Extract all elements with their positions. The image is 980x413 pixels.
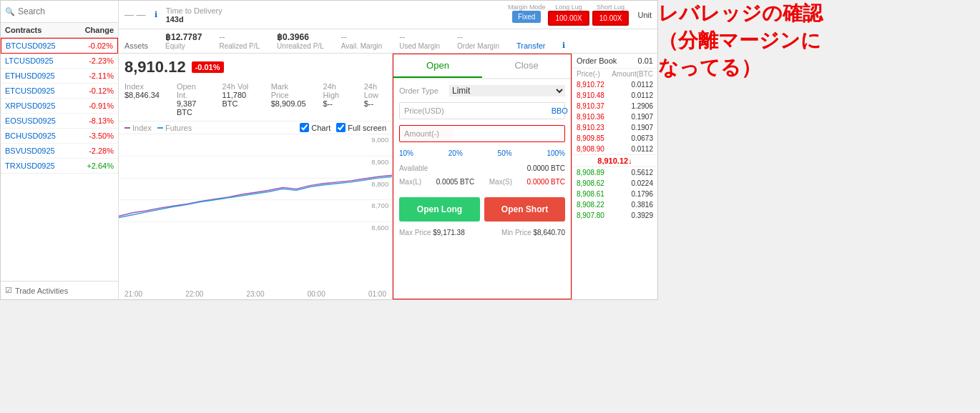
avail-margin-item: -- Avail. Margin [341,32,383,50]
sell-price: 8,910.36 [577,113,604,121]
sell-order-row: 8,910.230.1907 [572,122,657,133]
sell-order-row: 8,910.360.1907 [572,111,657,122]
contract-item-etcusd0925[interactable]: ETCUSD0925-0.12% [1,84,118,99]
search-bar: 🔍 [1,1,118,23]
buy-amount: 0.3816 [631,201,653,209]
buy-order-row: 8,908.220.3816 [572,199,657,210]
sidebar: 🔍 Contracts Change BTCUSD0925-0.02%LTCUS… [1,1,119,299]
transfer-info-icon: ℹ [562,41,565,50]
assets-label: Assets [124,41,148,50]
annotation-leverage-text: レバレッジの確認 [658,0,980,27]
sell-price: 8,908.90 [577,145,604,153]
contract-item-ethusd0925[interactable]: ETHUSD0925-2.11% [1,69,118,84]
contract-name: BSVUSD0925 [5,146,55,155]
contract-name: BTCUSD0925 [6,41,56,50]
contract-name: BCHUSD0925 [5,131,56,140]
amount-col-header: Amount(BTC [612,70,653,78]
order-form: Order Type Limit Market Price(USD) BBO [393,79,571,191]
svg-text:8,900: 8,900 [371,158,388,166]
chart-area: 8,910.12 -0.01% Index $8,846.34 Open Int… [119,54,393,299]
buy-amount: 0.1796 [631,190,653,198]
tab-open[interactable]: Open [393,54,482,78]
avail-margin-label: Avail. Margin [341,42,383,50]
sell-order-row: 8,908.900.0112 [572,144,657,154]
realized-pl-label: Realized P/L [219,42,260,50]
price-input[interactable] [444,106,552,116]
percent-10-button[interactable]: 10% [399,149,413,157]
contract-item-bsvusd0925[interactable]: BSVUSD0925-2.28% [1,144,118,159]
chart-checkbox[interactable]: Chart [300,123,330,132]
stat-24h-low: 24h Low $-- [364,82,386,116]
bbo-button[interactable]: BBO [552,106,568,115]
percent-20-button[interactable]: 20% [449,149,463,157]
legend-index: Index [124,124,152,132]
buy-price: 8,907.80 [577,212,604,219]
sell-order-row: 8,909.850.0673 [572,133,657,144]
realized-pl-item: -- Realized P/L [219,32,260,50]
percent-50-button[interactable]: 50% [498,149,512,157]
search-input[interactable] [18,6,114,16]
change-label: Change [85,26,114,34]
svg-rect-0 [119,134,392,244]
order-panel: Open Close Order Type Limit Market Pr [393,54,572,299]
contract-change: -2.23% [89,56,114,65]
equity-label: Equity [165,42,202,50]
long-lug-button[interactable]: 100.00X [548,11,589,26]
contract-name: ETCUSD0925 [5,86,55,95]
contract-name: ETHUSD0925 [5,71,55,80]
svg-text:9,000: 9,000 [371,136,388,144]
sell-amount: 0.0673 [631,134,653,142]
max-price-info: Max Price $9,171.38 Min Price $8,640.70 [393,227,571,241]
sell-price: 8,910.48 [577,91,604,99]
order-type-select[interactable]: Limit Market [449,85,565,96]
contract-item-btcusd0925[interactable]: BTCUSD0925-0.02% [1,38,118,54]
open-short-button[interactable]: Open Short [484,197,565,222]
contract-name: EOSUSD0925 [5,116,56,125]
trade-activities[interactable]: ☑ Trade Activities [1,281,118,299]
contract-item-eosusd0925[interactable]: EOSUSD0925-8.13% [1,114,118,129]
order-margin-item: -- Order Margin [457,32,499,50]
buy-amount: 0.0224 [631,179,653,187]
short-lug-group: Short Lug 10.00X [592,4,629,26]
order-type-label: Order Type [399,86,449,95]
used-margin-label: Used Margin [399,42,440,50]
contract-name: LTCUSD0925 [5,56,54,65]
short-lug-button[interactable]: 10.00X [592,11,629,26]
tab-close[interactable]: Close [482,54,571,78]
available-label: Available [399,164,428,172]
max-l-label: Max(L) [399,178,421,186]
contract-change: -8.13% [89,116,114,125]
order-book-header: Order Book 0.01 [572,54,657,69]
amount-input[interactable] [453,129,560,139]
contract-list: BTCUSD0925-0.02%LTCUSD0925-2.23%ETHUSD09… [1,38,118,174]
transfer-link[interactable]: Transfer [516,41,546,50]
contract-item-ltcusd0925[interactable]: LTCUSD0925-2.23% [1,54,118,69]
contract-item-bchusd0925[interactable]: BCHUSD0925-3.50% [1,129,118,144]
max-row: Max(L) 0.0005 BTC Max(S) 0.0000 BTC [399,178,565,186]
contract-item-trxusd0925[interactable]: TRXUSD0925+2.64% [1,159,118,174]
sell-amount: 0.0112 [631,91,653,99]
unrealized-pl-value: ฿0.3966 [277,32,324,42]
contract-change: -2.28% [89,146,114,155]
open-long-button[interactable]: Open Long [399,197,480,222]
price-change-badge: -0.01% [192,61,224,73]
index-line-icon [124,127,130,129]
margin-mode-button[interactable]: Fixed [512,11,541,23]
sell-amount: 0.0112 [631,145,653,153]
buy-amount: 0.3929 [631,212,653,219]
max-s-value: 0.0000 BTC [527,178,565,186]
main-content: — — ℹ Time to Delivery 143d Margin Mode … [119,1,657,299]
top-bar: — — ℹ Time to Delivery 143d Margin Mode … [119,1,657,29]
amount-label: Amount(-) [404,129,453,138]
price-row: Price(USD) BBO [399,102,565,119]
percent-100-button[interactable]: 100% [547,149,565,157]
trading-app: 🔍 Contracts Change BTCUSD0925-0.02%LTCUS… [0,0,658,300]
buy-order-row: 8,908.610.1796 [572,189,657,199]
contract-name: TRXUSD0925 [5,161,55,170]
sell-amount: 0.1907 [631,124,653,131]
svg-text:8,600: 8,600 [371,224,388,232]
fullscreen-checkbox[interactable]: Full screen [336,123,386,132]
stat-index: Index $8,846.34 [124,82,160,116]
contract-item-xrpusd0925[interactable]: XRPUSD0925-0.91% [1,99,118,114]
contracts-header: Contracts Change [1,23,118,38]
